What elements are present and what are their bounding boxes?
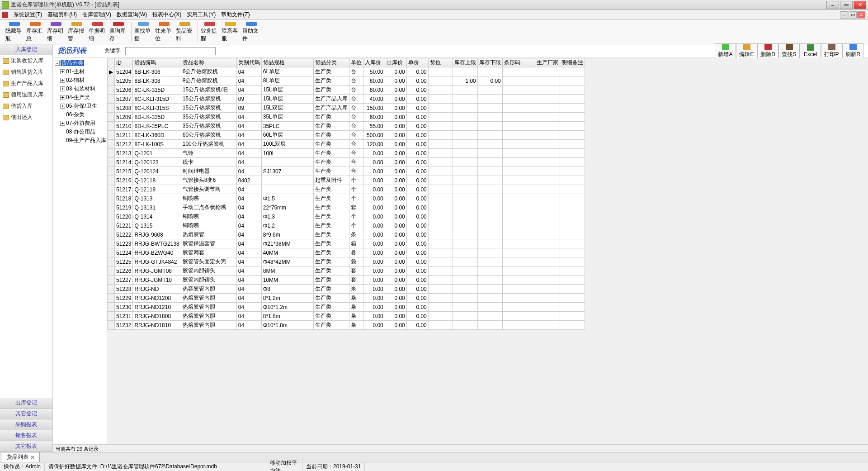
tab-product-list[interactable]: 货品列表 ✕ [2, 452, 40, 462]
table-row[interactable]: 51224RRJG-BZWG40胶管网套0440MM生产类卷0.000.000.… [108, 248, 585, 257]
action-btn-Excel[interactable]: Excel [800, 43, 821, 59]
col-11[interactable]: 库存上限 [453, 58, 477, 67]
tab-close-icon[interactable]: ✕ [30, 454, 35, 461]
toolbar-btn-8[interactable]: 往来单位 [154, 21, 174, 43]
table-row[interactable]: 512098D-LK-335D35公斤热熔胶机0435L单层生产类台60.000… [108, 113, 585, 122]
col-2[interactable]: 货品名称 [181, 58, 236, 67]
table-row[interactable]: 512108D-LK-35PLC35公斤热熔胶机0435PLC生产类台55.00… [108, 122, 585, 131]
table-row[interactable]: 51228RRJG-ND热容胶管内胆04Φ8生产类米0.000.000.00 [108, 285, 585, 294]
action-btn-编辑E[interactable]: 编辑E [736, 43, 757, 59]
nav-item-4[interactable]: 借货入库 [0, 100, 52, 112]
menu-item-5[interactable]: 实用工具(Y) [184, 10, 218, 19]
col-13[interactable]: 条形码 [502, 58, 535, 67]
table-row[interactable]: 51232RRJG-ND1810热熔胶管内胆04Φ10*1.8m生产类条0.00… [108, 321, 585, 330]
nav-item-1[interactable]: 销售退货入库 [0, 67, 52, 78]
nav-group-other[interactable]: 其它登记 [0, 409, 52, 419]
menu-item-4[interactable]: 报表中心(X) [150, 10, 184, 19]
toolbar-btn-1[interactable]: 库存汇总 [25, 21, 45, 43]
toolbar-btn-2[interactable]: 库存明细 [46, 21, 66, 43]
table-row[interactable]: 512118E-LK-360D60公斤热熔胶机0460L单层生产类台500.00… [108, 131, 585, 140]
tree-node-1[interactable]: +02-辅材 [54, 76, 106, 85]
col-8[interactable]: 出库价 [385, 58, 406, 67]
col-15[interactable]: 明细备注 [560, 58, 585, 67]
col-4[interactable]: 货品规格 [261, 58, 313, 67]
tree-node-4[interactable]: +05-劳保/卫生 [54, 102, 106, 110]
minimize-button[interactable]: – [826, 1, 839, 9]
table-row[interactable]: 51231RRJG-ND1808热熔胶管内胆048*1.8m生产类条0.000.… [108, 312, 585, 321]
nav-group-purchase-report[interactable]: 采购报表 [0, 419, 52, 430]
mdi-close-button[interactable]: ✕ [857, 11, 865, 19]
table-row[interactable]: 512128F-LK-100S100公斤热熔胶机04100L双层生产类台120.… [108, 140, 585, 149]
table-row[interactable]: 51222RRJG-9608热熔胶管048*9.6m生产类条0.000.000.… [108, 230, 585, 239]
toolbar-btn-0[interactable]: 隐藏导航 [5, 21, 24, 43]
toolbar-btn-13[interactable]: 帮助文件 [241, 21, 261, 43]
close-button[interactable]: ✕ [854, 1, 866, 9]
menu-item-0[interactable]: 系统设置(T) [11, 10, 45, 19]
toolbar-btn-12[interactable]: 联系客服 [221, 21, 241, 43]
category-tree[interactable]: -货品分类+01-主材+02-辅材+03-包装材料+04-生产类+05-劳保/卫… [53, 58, 107, 444]
action-btn-查找S[interactable]: 查找S [778, 43, 800, 59]
keyword-input[interactable] [125, 47, 216, 55]
action-btn-刷新R[interactable]: 刷新R [842, 43, 863, 59]
action-btn-新增A[interactable]: 新增A [715, 43, 736, 59]
table-row[interactable]: 51223RRJG-BWTG2138胶管保温套管04Φ21*38MM生产类箱0.… [108, 239, 585, 248]
toolbar-btn-7[interactable]: 查找单据 [133, 21, 153, 43]
nav-item-2[interactable]: 生产产品入库 [0, 78, 52, 89]
mdi-restore-button[interactable]: ▭ [849, 11, 857, 19]
table-row[interactable]: 512078C-LKLI-315D15公斤热熔胶机0915L单层生产产品入库台4… [108, 95, 585, 104]
menu-item-6[interactable]: 帮助文件(Z) [218, 10, 252, 19]
tree-node-8[interactable]: 09-生产产品入库 [54, 136, 106, 145]
tree-node-5[interactable]: 06-杂类 [54, 110, 106, 119]
col-14[interactable]: 生产厂家 [535, 58, 560, 67]
action-btn-打印P[interactable]: 打印P [821, 43, 842, 59]
nav-item-0[interactable]: 采购收货入库 [0, 55, 52, 67]
table-row[interactable]: 51227RRJG-JGMT10胶管内胆铆头0410MM生产类套0.000.00… [108, 276, 585, 285]
menu-item-1[interactable]: 基础资料(U) [45, 10, 80, 19]
toolbar-btn-11[interactable]: 业务提醒 [200, 21, 220, 43]
tree-node-7[interactable]: 08-办公用品 [54, 128, 106, 136]
nav-group-other-report[interactable]: 其它报表 [0, 441, 52, 452]
maximize-button[interactable]: ▭ [840, 1, 853, 9]
col-0[interactable]: ID [115, 58, 133, 67]
table-row[interactable]: 512068C-LK-315D15公斤热熔胶机/旧0415L单层生产类台60.0… [108, 86, 585, 95]
table-row[interactable]: 512088C-LKLI-315S15公斤热熔胶机0915L双层生产产品入库台1… [108, 104, 585, 113]
nav-group-inbound[interactable]: 入库登记 [0, 44, 52, 55]
toolbar-btn-3[interactable]: 库存报警 [67, 21, 87, 43]
col-3[interactable]: 类别代码 [236, 58, 261, 67]
toolbar-btn-4[interactable]: 单据明细 [88, 21, 108, 43]
table-row[interactable]: ▶512046B-LK-3066公斤热熔胶机046L单层生产类台50.000.0… [108, 67, 585, 76]
table-row[interactable]: 51229RRJG-ND1208热熔胶管内胆048*1.2m生产类条0.000.… [108, 294, 585, 303]
col-6[interactable]: 单位 [349, 58, 363, 67]
data-grid[interactable]: ID货品编码货品名称类别代码货品规格货品分类单位入库价出库价单价货位库存上限库存… [107, 58, 868, 444]
table-row[interactable]: 51218Q-1313铜喷嘴04Φ1.5生产类个0.000.000.00 [108, 194, 585, 203]
tree-node-6[interactable]: +07-外协费用 [54, 119, 106, 128]
nav-item-3[interactable]: 领用退回入库 [0, 89, 52, 100]
table-row[interactable]: 51220Q-1314铜喷嘴04Φ1.3生产类个0.000.000.00 [108, 212, 585, 221]
table-row[interactable]: 51217Q-12119气管接头调节阀04生产类个0.000.000.00 [108, 185, 585, 194]
tree-node-3[interactable]: +04-生产类 [54, 93, 106, 102]
tree-node-2[interactable]: +03-包装材料 [54, 85, 106, 93]
nav-group-outbound[interactable]: 出库登记 [0, 398, 52, 409]
menu-item-2[interactable]: 仓库管理(V) [80, 10, 114, 19]
toolbar-btn-5[interactable]: 查询库存 [108, 21, 128, 43]
table-row[interactable]: 51221Q-1315铜喷嘴04Φ1.2生产类个0.000.000.00 [108, 221, 585, 230]
col-12[interactable]: 库存下限 [477, 58, 502, 67]
col-5[interactable]: 货品分类 [313, 58, 349, 67]
tree-root[interactable]: -货品分类 [54, 59, 106, 67]
table-row[interactable]: 512058B-LK-3088公斤热熔胶机048L单层生产类台80.000.00… [108, 76, 585, 86]
table-row[interactable]: 51213Q-1201气锤04100L生产类台0.000.000.00 [108, 149, 585, 158]
menu-item-3[interactable]: 数据查询(W) [114, 10, 150, 19]
table-row[interactable]: 51226RRJG-JGMT08胶管内胆铆头048MM生产类套0.000.000… [108, 266, 585, 276]
table-row[interactable]: 51225RRJG-GTJK4842胶管管头固定夹壳04Φ48*42MM生产类袋… [108, 257, 585, 266]
action-btn-删除D[interactable]: 删除D [757, 43, 778, 59]
col-7[interactable]: 入库价 [363, 58, 385, 67]
col-1[interactable]: 货品编码 [133, 58, 181, 67]
tree-node-0[interactable]: +01-主材 [54, 67, 106, 76]
table-row[interactable]: 51214Q-120123线卡04生产类台0.000.000.00 [108, 158, 585, 167]
table-row[interactable]: 51230RRJG-ND1210热熔胶管内胆04Φ10*1.2m生产类条0.00… [108, 303, 585, 312]
table-row[interactable]: 51219Q-13131手动三点条状枪嘴0422*75mm生产类套0.000.0… [108, 203, 585, 212]
nav-item-5[interactable]: 借出还入 [0, 112, 52, 123]
table-row[interactable]: 51216Q-12118气管接头8变60402起重及附件个0.000.000.0… [108, 176, 585, 185]
col-10[interactable]: 货位 [428, 58, 453, 67]
col-9[interactable]: 单价 [406, 58, 428, 67]
